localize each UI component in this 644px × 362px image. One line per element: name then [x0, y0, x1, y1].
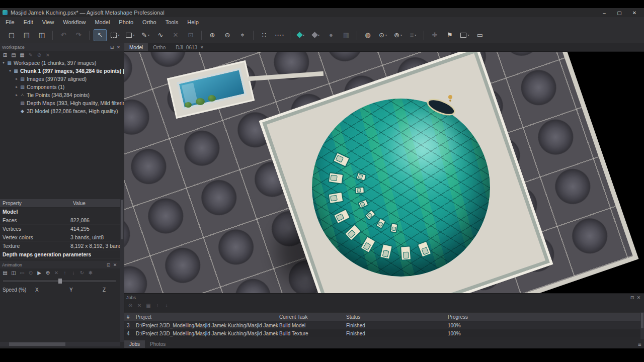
- disable-item-icon[interactable]: ⊘: [35, 51, 43, 58]
- toolbar-separator: [290, 31, 290, 40]
- panel-vertical-scrollbar[interactable]: [120, 199, 124, 342]
- menu-item-view[interactable]: View: [38, 18, 59, 26]
- tab-model[interactable]: Model: [124, 43, 148, 51]
- bottom-tab-photos[interactable]: Photos: [145, 340, 171, 348]
- delete-keyframe-icon[interactable]: ✕: [52, 269, 60, 276]
- close-pane-icon[interactable]: ✕: [635, 295, 642, 300]
- jobs-row[interactable]: 4D:/Project 2/3D_Modelling/Masjid Jamek …: [124, 329, 644, 337]
- job-up-icon[interactable]: ↑: [153, 302, 162, 309]
- new-project-icon[interactable]: ▢: [5, 29, 18, 41]
- loop-animation-icon[interactable]: ↻: [78, 269, 86, 276]
- bottom-tab-jobs[interactable]: Jobs: [124, 340, 145, 348]
- pause-job-icon[interactable]: ⊘: [126, 302, 134, 309]
- tab-dji_0613[interactable]: DJI_0613✕: [171, 43, 209, 51]
- add-folder-icon[interactable]: ▦: [18, 51, 26, 58]
- close-tab-icon[interactable]: ✕: [200, 45, 204, 50]
- play-animation-icon[interactable]: ▶: [35, 269, 43, 276]
- scrollbar-handle[interactable]: [9, 342, 65, 346]
- zoom-reset-icon[interactable]: ⌖: [236, 29, 249, 41]
- clear-jobs-icon[interactable]: ▦: [144, 302, 152, 309]
- move-keyframe-up-icon[interactable]: ↑: [61, 269, 69, 276]
- jobs-scrollbar[interactable]: [640, 312, 644, 339]
- video-capture-icon[interactable]: ⊚▾: [391, 29, 405, 41]
- capture-frame-icon[interactable]: ⊙: [27, 269, 35, 276]
- panel-horizontal-scrollbar[interactable]: [0, 342, 120, 346]
- float-pane-icon[interactable]: ⊡: [629, 295, 635, 300]
- cancel-job-icon[interactable]: ✕: [135, 302, 143, 309]
- tree-item[interactable]: ◆3D Model (822,086 faces, High quality): [0, 107, 124, 115]
- texture-view-icon[interactable]: ▦: [340, 29, 353, 41]
- zoom-out-icon[interactable]: ⊖: [221, 29, 234, 41]
- undo-icon[interactable]: ↶: [57, 29, 70, 41]
- close-button[interactable]: ✕: [627, 10, 642, 16]
- selection-arrow-icon[interactable]: ↖: [94, 29, 107, 41]
- curve-tool-icon[interactable]: ∿: [154, 29, 167, 41]
- tab-ortho[interactable]: Ortho: [148, 43, 171, 51]
- open-project-icon[interactable]: ▤: [20, 29, 33, 41]
- menu-item-edit[interactable]: Edit: [19, 18, 38, 26]
- draw-tool-icon[interactable]: ✎▾: [139, 29, 152, 41]
- jobs-row[interactable]: 3D:/Project 2/3D_Modelling/Masjid Jamek …: [124, 321, 644, 329]
- save-project-icon[interactable]: ◫: [35, 29, 48, 41]
- scrollbar-handle[interactable]: [641, 313, 643, 328]
- expander-icon[interactable]: ▾: [8, 69, 13, 73]
- tree-item[interactable]: ▨Depth Maps (393, High quality, Mild fil…: [0, 99, 124, 107]
- tree-item[interactable]: ▸∴Tie Points (348,284 points): [0, 91, 124, 99]
- edit-item-icon[interactable]: ✎: [27, 51, 35, 58]
- menu-item-help[interactable]: Help: [183, 18, 203, 26]
- animation-timeline-slider[interactable]: [3, 280, 116, 283]
- close-pane-icon[interactable]: ✕: [112, 262, 118, 267]
- delete-selection-icon[interactable]: ✕: [169, 29, 182, 41]
- capture-view-icon[interactable]: ▾: [458, 29, 471, 41]
- save-animation-icon[interactable]: ◫: [10, 269, 18, 276]
- expander-icon[interactable]: ▸: [14, 93, 19, 97]
- expander-icon[interactable]: ▾: [1, 61, 6, 65]
- tree-item[interactable]: ▸▤Images (397/397 aligned): [0, 75, 124, 83]
- remove-item-icon[interactable]: ✕: [44, 51, 52, 58]
- menu-item-photo[interactable]: Photo: [114, 18, 138, 26]
- panel-list-icon[interactable]: ≣: [637, 342, 641, 347]
- presentation-icon[interactable]: ▭: [473, 29, 487, 41]
- film-strip-icon[interactable]: ▭: [18, 269, 26, 276]
- move-keyframe-down-icon[interactable]: ↓: [69, 269, 77, 276]
- record-keyframe-icon[interactable]: ⊕: [44, 269, 52, 276]
- float-pane-icon[interactable]: ⊡: [109, 45, 115, 50]
- expander-icon[interactable]: ▸: [14, 85, 19, 89]
- model-viewport[interactable]: [124, 52, 644, 293]
- close-pane-icon[interactable]: ✕: [115, 45, 122, 50]
- view-options-icon[interactable]: ≡▾: [407, 29, 420, 41]
- slider-handle[interactable]: [58, 279, 62, 284]
- model-solid-icon[interactable]: ▾: [309, 29, 323, 41]
- flag-marker-icon[interactable]: ⚑: [443, 29, 456, 41]
- dense-cloud-icon[interactable]: ⋯▾: [273, 29, 286, 41]
- minimize-button[interactable]: –: [597, 10, 612, 16]
- maximize-button[interactable]: ▢: [612, 10, 627, 16]
- globe-icon[interactable]: ◍: [361, 29, 374, 41]
- animation-settings-icon[interactable]: ✱: [87, 269, 95, 276]
- menu-item-tools[interactable]: Tools: [161, 18, 183, 26]
- model-shaded-icon[interactable]: ▾: [294, 29, 307, 41]
- zoom-in-icon[interactable]: ⊕: [206, 29, 219, 41]
- job-down-icon[interactable]: ↓: [163, 302, 171, 309]
- menu-item-model[interactable]: Model: [90, 18, 114, 26]
- scrollbar-handle[interactable]: [121, 200, 123, 239]
- crop-selection-icon[interactable]: ⊡: [184, 29, 197, 41]
- photo-capture-icon[interactable]: ⊙▾: [376, 29, 389, 41]
- model-textured-icon[interactable]: ●: [325, 29, 338, 41]
- add-chunk-icon[interactable]: ⊞: [1, 51, 9, 58]
- move-object-icon[interactable]: ✚: [428, 29, 441, 41]
- open-animation-icon[interactable]: ▤: [1, 269, 9, 276]
- menu-item-ortho[interactable]: Ortho: [138, 18, 161, 26]
- menu-item-file[interactable]: File: [1, 18, 19, 26]
- tree-item[interactable]: ▸▤Components (1): [0, 83, 124, 91]
- float-pane-icon[interactable]: ⊡: [105, 262, 112, 267]
- redo-icon[interactable]: ↷: [72, 29, 85, 41]
- point-cloud-icon[interactable]: ∷: [258, 29, 271, 41]
- rectangle-selection-icon[interactable]: ▾: [109, 29, 122, 41]
- add-photos-icon[interactable]: ▤: [10, 51, 18, 58]
- tree-item[interactable]: ▾▦Chunk 1 (397 images, 348,284 tie point…: [0, 67, 124, 75]
- tree-item[interactable]: ▾▦Workspace (1 chunks, 397 images): [0, 59, 124, 67]
- menu-item-workflow[interactable]: Workflow: [58, 18, 90, 26]
- resize-region-icon[interactable]: ▾: [124, 29, 137, 41]
- expander-icon[interactable]: ▸: [14, 77, 19, 81]
